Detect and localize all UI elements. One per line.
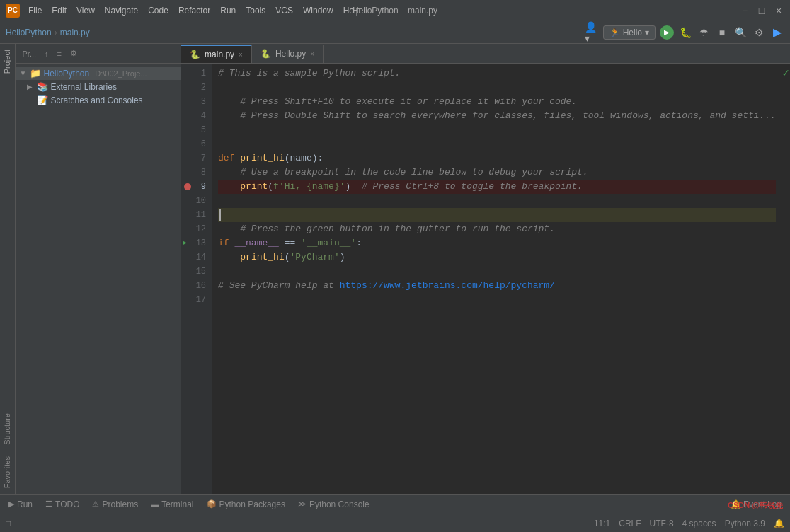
code-colon-13: : xyxy=(356,236,362,250)
tree-item-scratches[interactable]: ▶ 📝 Scratches and Consoles xyxy=(16,93,181,107)
bottom-tab-python-console[interactable]: ≫ Python Console xyxy=(292,496,375,513)
tree-label-hellopython: HelloPython xyxy=(44,69,90,79)
code-line-17 xyxy=(218,293,776,307)
right-gutter: ✓ xyxy=(782,64,790,494)
line-num-9: 9 xyxy=(181,180,212,194)
expand-icon: □ xyxy=(6,519,11,528)
code-comment-9: # Press Ctrl+8 to toggle the breakpoint. xyxy=(362,180,583,194)
menu-navigate[interactable]: Navigate xyxy=(101,4,142,17)
run-arrow-icon: ▶ xyxy=(183,236,187,250)
tree-close-btn[interactable]: − xyxy=(83,48,93,59)
indent[interactable]: 4 spaces xyxy=(682,519,716,528)
project-tab[interactable]: Project xyxy=(1,44,13,79)
code-content[interactable]: # This is a sample Python script. # Pres… xyxy=(212,64,782,494)
bottom-tab-terminal[interactable]: ▬ Terminal xyxy=(145,496,199,513)
code-print: print xyxy=(240,180,268,194)
encoding[interactable]: UTF-8 xyxy=(650,519,674,528)
python-version[interactable]: Python 3.9 xyxy=(725,519,765,528)
close-button[interactable]: × xyxy=(773,5,784,16)
menu-code[interactable]: Code xyxy=(144,4,173,17)
menu-refactor[interactable]: Refactor xyxy=(174,4,214,17)
tree-header-label: Pr... xyxy=(20,48,40,59)
cursor-position[interactable]: 11:1 xyxy=(594,519,610,528)
tree-item-external-libs[interactable]: ▶ 📚 External Libraries xyxy=(16,80,181,93)
code-line-3: # Press Shift+F10 to execute it or repla… xyxy=(218,95,776,109)
menu-tools[interactable]: Tools xyxy=(241,4,270,17)
menu-window[interactable]: Window xyxy=(299,4,338,17)
tab-hello-py[interactable]: 🐍 Hello.py × xyxy=(252,45,324,63)
toolbar-right: 👤▾ 🏃 Hello ▾ ▶ 🐛 ☂ ■ 🔍 ⚙ ▶ xyxy=(585,25,784,40)
code-editor[interactable]: 1 2 3 4 5 6 7 8 9 10 11 12 ▶ 13 14 xyxy=(181,64,790,494)
tab-main-py[interactable]: 🐍 main.py × xyxy=(181,45,252,63)
main-area: Project Structure Favorites Pr... ↑ ≡ ⚙ … xyxy=(0,44,790,494)
tab-icon-hello: 🐍 xyxy=(261,49,271,59)
breadcrumb-project[interactable]: HelloPython xyxy=(6,28,52,37)
run-tab-icon: ▶ xyxy=(8,499,14,509)
cursor-bar xyxy=(219,209,227,221)
tree-item-hellopython[interactable]: ▼ 📁 HelloPython D:\002_Proje... xyxy=(16,66,181,80)
minimize-button[interactable]: − xyxy=(739,5,750,16)
scratches-icon: 📝 xyxy=(37,95,48,105)
tab-label-main: main.py xyxy=(205,50,234,59)
line-ending[interactable]: CRLF xyxy=(619,519,641,528)
breakpoint-dot xyxy=(184,183,191,190)
problems-tab-icon: ⚠ xyxy=(92,499,99,509)
side-panel-tabs: Project Structure Favorites xyxy=(0,44,16,494)
favorites-tab[interactable]: Favorites xyxy=(1,451,13,494)
run-button[interactable]: ▶ xyxy=(660,25,674,40)
stop-button[interactable]: ■ xyxy=(715,25,729,40)
settings-button[interactable]: ⚙ xyxy=(752,25,766,40)
code-indent-14 xyxy=(218,250,240,265)
coverage-button[interactable]: ☂ xyxy=(697,25,711,40)
tree-settings-btn[interactable]: ⚙ xyxy=(67,47,80,59)
code-line-10 xyxy=(218,194,776,208)
bottom-tabs: ▶ Run ☰ TODO ⚠ Problems ▬ Terminal 📦 Pyt… xyxy=(0,494,790,514)
line-num-4: 4 xyxy=(181,109,212,123)
menu-run[interactable]: Run xyxy=(216,4,240,17)
folder-icon: 📁 xyxy=(30,68,41,79)
code-line-15 xyxy=(218,265,776,279)
tab-icon-main: 🐍 xyxy=(190,50,200,59)
tab-close-main[interactable]: × xyxy=(239,51,243,59)
code-param: name xyxy=(290,151,312,166)
watermark: CSDN @韩锐先 xyxy=(728,500,783,511)
maximize-button[interactable]: □ xyxy=(756,5,767,16)
line-num-5: 5 xyxy=(181,123,212,137)
code-line-14: print_hi('PyCharm') xyxy=(218,250,776,265)
menu-vcs[interactable]: VCS xyxy=(271,4,297,17)
file-tree-content: ▼ 📁 HelloPython D:\002_Proje... ▶ 📚 Exte… xyxy=(16,64,181,494)
menu-file[interactable]: File xyxy=(24,4,46,17)
status-expand[interactable]: □ xyxy=(6,519,11,528)
tree-collapse-btn[interactable]: ↑ xyxy=(42,48,52,59)
tree-path: D:\002_Proje... xyxy=(95,69,147,78)
menu-view[interactable]: View xyxy=(72,4,99,17)
breadcrumb-file[interactable]: main.py xyxy=(60,28,90,37)
code-dunder-name: __name__ xyxy=(234,236,278,250)
bottom-tab-run[interactable]: ▶ Run xyxy=(3,496,38,513)
line-num-10: 10 xyxy=(181,194,212,208)
bottom-tab-problems[interactable]: ⚠ Problems xyxy=(86,496,144,513)
bottom-tab-todo[interactable]: ☰ TODO xyxy=(40,496,85,513)
structure-tab[interactable]: Structure xyxy=(1,407,13,451)
run-tab-label: Run xyxy=(17,499,33,509)
run-config-icon: 🏃 xyxy=(609,28,620,37)
console-tab-label: Python Console xyxy=(309,499,370,509)
tree-label-scratches: Scratches and Consoles xyxy=(51,96,143,105)
tab-close-hello[interactable]: × xyxy=(310,50,314,58)
user-icon[interactable]: 👤▾ xyxy=(585,25,599,40)
run-config-dropdown[interactable]: 🏃 Hello ▾ xyxy=(603,25,656,40)
code-comment-4: # Press Double Shift to search everywher… xyxy=(218,109,776,123)
code-line-9: print(f'Hi, {name}') # Press Ctrl+8 to t… xyxy=(218,180,776,194)
libs-icon: 📚 xyxy=(37,81,48,92)
line-num-13: ▶ 13 xyxy=(181,236,212,250)
bottom-tab-python-packages[interactable]: 📦 Python Packages xyxy=(201,496,291,513)
code-line-13: if __name__ == '__main__': xyxy=(218,236,776,250)
line-num-14: 14 xyxy=(181,250,212,265)
debug-button[interactable]: 🐛 xyxy=(678,25,692,40)
update-button[interactable]: ▶ xyxy=(770,25,784,40)
menu-edit[interactable]: Edit xyxy=(47,4,71,17)
tree-sort-btn[interactable]: ≡ xyxy=(55,48,64,59)
search-button[interactable]: 🔍 xyxy=(733,25,748,40)
code-link[interactable]: https://www.jetbrains.com/help/pycharm/ xyxy=(340,279,555,293)
line-num-2: 2 xyxy=(181,81,212,95)
